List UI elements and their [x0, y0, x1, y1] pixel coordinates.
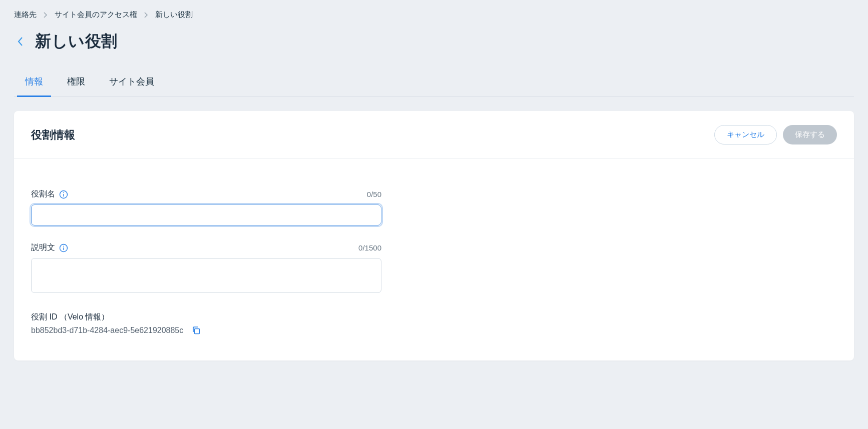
svg-point-2 — [63, 192, 64, 193]
chevron-right-icon — [144, 12, 148, 18]
svg-point-5 — [63, 246, 64, 246]
tab-info[interactable]: 情報 — [24, 76, 44, 96]
role-id-label: 役割 ID （Velo 情報） — [31, 312, 837, 322]
cancel-button[interactable]: キャンセル — [714, 125, 777, 144]
info-icon[interactable] — [59, 190, 68, 199]
description-counter: 0/1500 — [358, 244, 381, 252]
info-icon[interactable] — [59, 244, 68, 252]
tab-permissions[interactable]: 権限 — [66, 76, 86, 96]
role-name-input[interactable] — [31, 204, 381, 226]
role-id-value: bb852bd3-d71b-4284-aec9-5e621920885c — [31, 326, 183, 335]
role-name-counter: 0/50 — [367, 190, 381, 198]
back-button[interactable] — [14, 36, 26, 48]
field-role-name: 役割名 0/50 — [31, 189, 381, 226]
breadcrumb-item-contacts[interactable]: 連絡先 — [14, 10, 37, 20]
section-title: 役割情報 — [31, 128, 75, 142]
field-description: 説明文 0/1500 — [31, 242, 381, 295]
field-role-id: 役割 ID （Velo 情報） bb852bd3-d71b-4284-aec9-… — [31, 312, 837, 336]
breadcrumb-item-new-role: 新しい役割 — [155, 10, 193, 20]
page-title: 新しい役割 — [35, 30, 118, 52]
role-name-label: 役割名 — [31, 189, 55, 200]
description-label: 説明文 — [31, 242, 55, 253]
copy-icon[interactable] — [191, 326, 201, 336]
role-info-card: 役割情報 キャンセル 保存する 役割名 — [14, 111, 854, 360]
breadcrumb-item-member-access[interactable]: サイト会員のアクセス権 — [55, 10, 137, 20]
chevron-right-icon — [44, 12, 48, 18]
tabs: 情報 権限 サイト会員 — [14, 76, 854, 97]
description-input[interactable] — [31, 258, 381, 293]
tab-site-members[interactable]: サイト会員 — [108, 76, 155, 96]
save-button: 保存する — [783, 125, 837, 144]
svg-rect-6 — [195, 329, 200, 334]
breadcrumb: 連絡先 サイト会員のアクセス権 新しい役割 — [14, 10, 854, 26]
